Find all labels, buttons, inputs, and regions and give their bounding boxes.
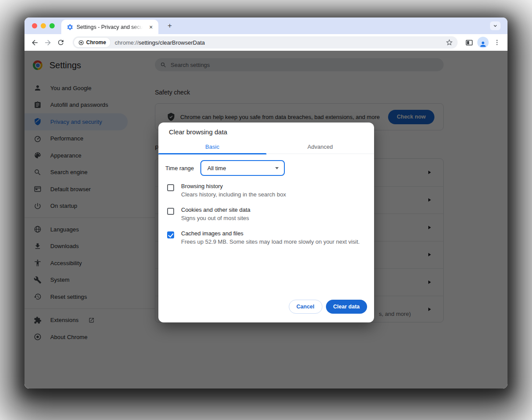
minimize-window-button[interactable] bbox=[41, 23, 46, 28]
close-window-button[interactable] bbox=[32, 23, 37, 28]
back-arrow-icon bbox=[31, 38, 39, 47]
chevron-down-icon bbox=[493, 23, 498, 28]
address-bar[interactable]: Chrome chrome://settings/clearBrowserDat… bbox=[73, 36, 458, 49]
option-cached-images: Cached images and files Frees up 52.9 MB… bbox=[167, 230, 365, 247]
dropdown-caret-icon bbox=[275, 167, 279, 169]
url-text: chrome://settings/clearBrowserData bbox=[115, 39, 205, 46]
reload-button[interactable] bbox=[54, 36, 67, 49]
dialog-tabs: Basic Advanced bbox=[158, 140, 374, 154]
side-panel-button[interactable] bbox=[462, 36, 476, 49]
option-cookies: Cookies and other site data Signs you ou… bbox=[167, 206, 365, 223]
time-range-value: All time bbox=[207, 165, 275, 172]
tab-strip: Settings - Privacy and securit × + bbox=[24, 18, 508, 34]
option-browsing-history: Browsing history Clears history, includi… bbox=[167, 183, 365, 200]
dialog-options: Browsing history Clears history, includi… bbox=[167, 183, 365, 254]
window-controls bbox=[32, 23, 55, 28]
tab-search-button[interactable] bbox=[490, 21, 500, 30]
profile-button[interactable] bbox=[476, 36, 490, 49]
browser-window: Settings - Privacy and securit × + Chrom… bbox=[24, 18, 508, 388]
clear-browsing-data-dialog: Clear browsing data Basic Advanced Time … bbox=[158, 122, 374, 322]
tab-basic[interactable]: Basic bbox=[158, 140, 266, 154]
kebab-menu-icon bbox=[494, 39, 500, 46]
browser-toolbar: Chrome chrome://settings/clearBrowserDat… bbox=[24, 34, 508, 51]
forward-arrow-icon bbox=[44, 38, 52, 47]
settings-gear-favicon bbox=[66, 24, 74, 31]
page-content: Settings You and Google Autofill and pas… bbox=[24, 51, 508, 388]
url-path: settings/clearBrowserData bbox=[139, 39, 205, 46]
time-range-select[interactable]: All time bbox=[200, 160, 285, 176]
side-panel-icon bbox=[465, 38, 473, 47]
tab-close-icon[interactable]: × bbox=[147, 23, 155, 31]
cached-images-checkbox[interactable] bbox=[167, 231, 174, 238]
dialog-title: Clear browsing data bbox=[169, 128, 227, 136]
menu-button[interactable] bbox=[490, 36, 504, 49]
new-tab-button[interactable]: + bbox=[164, 21, 175, 31]
time-range-row: Time range All time bbox=[165, 160, 285, 176]
reload-icon bbox=[57, 38, 65, 46]
profile-avatar bbox=[477, 37, 489, 48]
person-icon bbox=[479, 40, 487, 48]
time-range-label: Time range bbox=[165, 165, 200, 172]
clear-data-button[interactable]: Clear data bbox=[326, 300, 367, 314]
browser-tab[interactable]: Settings - Privacy and securit × bbox=[61, 20, 158, 34]
forward-button[interactable] bbox=[41, 36, 54, 49]
cookies-checkbox[interactable] bbox=[167, 208, 174, 215]
site-info-chip[interactable]: Chrome bbox=[74, 38, 110, 47]
tab-title: Settings - Privacy and securit bbox=[77, 24, 144, 30]
tab-advanced[interactable]: Advanced bbox=[266, 140, 374, 154]
active-tab-underline bbox=[158, 153, 266, 154]
browsing-history-checkbox[interactable] bbox=[167, 184, 174, 191]
back-button[interactable] bbox=[28, 36, 41, 49]
cancel-button[interactable]: Cancel bbox=[289, 300, 322, 314]
url-scheme: chrome:// bbox=[115, 39, 138, 46]
chrome-glyph-icon bbox=[78, 40, 84, 46]
zoom-window-button[interactable] bbox=[49, 23, 55, 28]
dialog-buttons: Cancel Clear data bbox=[289, 300, 367, 314]
bookmark-star-icon[interactable] bbox=[445, 38, 453, 46]
site-chip-label: Chrome bbox=[86, 39, 106, 46]
